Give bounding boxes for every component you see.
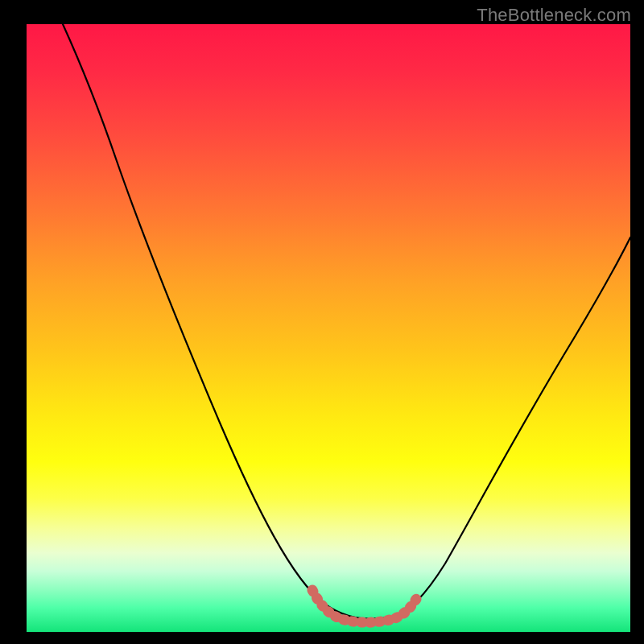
low-bottleneck-band	[312, 590, 419, 622]
watermark-text: TheBottleneck.com	[477, 5, 631, 26]
bottleneck-curve	[63, 24, 630, 619]
plot-area	[27, 24, 630, 632]
chart-frame: TheBottleneck.com	[0, 0, 644, 644]
chart-svg	[27, 24, 630, 632]
